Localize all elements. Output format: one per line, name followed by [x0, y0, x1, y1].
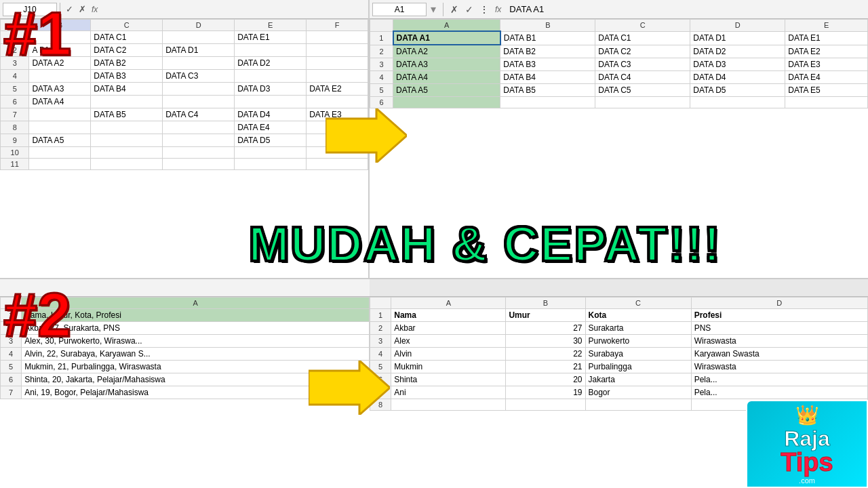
cell-a6-right[interactable] [393, 97, 500, 108]
cell-c3[interactable]: DATA B2 [91, 57, 163, 70]
cell-b8[interactable] [29, 121, 91, 134]
cell-nama-8[interactable] [391, 399, 506, 411]
cell-f2[interactable] [307, 44, 368, 57]
col-header-c[interactable]: C [91, 20, 163, 31]
cell-e2-right[interactable]: DATA E2 [785, 45, 868, 58]
cell-umur-4[interactable]: 22 [506, 348, 585, 361]
cell-b10[interactable] [29, 147, 91, 159]
cell-umur-5[interactable]: 21 [506, 361, 585, 373]
cell-a5-right[interactable]: DATA A5 [393, 84, 500, 97]
cell-nama-6[interactable]: Shinta [391, 373, 506, 386]
cell-b6[interactable]: DATA A4 [29, 96, 91, 108]
cell-kota-4[interactable]: Surabaya [585, 348, 691, 361]
cell-f4[interactable] [307, 70, 368, 83]
cell-c2-right[interactable]: DATA C2 [595, 45, 690, 58]
cell-b4[interactable] [29, 70, 91, 83]
cell-b9[interactable]: DATA A5 [29, 134, 91, 147]
cell-c8[interactable] [91, 121, 163, 134]
cell-c1[interactable]: DATA C1 [91, 31, 163, 44]
cell-c9[interactable] [91, 134, 163, 147]
cell-d3-right[interactable]: DATA D3 [690, 58, 785, 71]
cell-profesi-7[interactable]: Pela... [691, 386, 867, 399]
cell-f6[interactable] [307, 96, 368, 108]
cell-a1-right[interactable]: DATA A1 [393, 31, 500, 45]
cell-d10[interactable] [163, 147, 235, 159]
cell-label-nama[interactable]: Nama [391, 309, 506, 322]
cell-e3[interactable]: DATA D2 [235, 57, 307, 70]
col-header-e[interactable]: E [235, 20, 307, 31]
bottom-right-col-d[interactable]: D [691, 298, 867, 309]
cell-d2-right[interactable]: DATA D2 [690, 45, 785, 58]
cell-e4-right[interactable]: DATA E4 [785, 71, 868, 84]
cell-f1[interactable] [307, 31, 368, 44]
col-header-c-right[interactable]: C [595, 20, 690, 32]
cell-nama-7[interactable]: Ani [391, 386, 506, 399]
cell-c11[interactable] [91, 159, 163, 170]
cell-label-kota[interactable]: Kota [585, 309, 691, 322]
cell-c6-right[interactable] [595, 97, 690, 108]
cell-c5[interactable]: DATA B4 [91, 83, 163, 96]
cell-e9[interactable]: DATA D5 [235, 134, 307, 147]
cell-d1-right[interactable]: DATA D1 [690, 31, 785, 45]
cell-b6-right[interactable] [500, 97, 595, 108]
cell-c5-right[interactable]: DATA C5 [595, 84, 690, 97]
right-cell-ref[interactable] [372, 3, 427, 16]
cell-b5[interactable]: DATA A3 [29, 83, 91, 96]
cell-b4-right[interactable]: DATA B4 [500, 71, 595, 84]
cell-nama-3[interactable]: Alex [391, 335, 506, 348]
cell-e5[interactable]: DATA D3 [235, 83, 307, 96]
cell-b3-right[interactable]: DATA B3 [500, 58, 595, 71]
cell-b7[interactable] [29, 108, 91, 121]
cell-c4-right[interactable]: DATA C4 [595, 71, 690, 84]
bottom-col-header-a[interactable]: A [22, 298, 370, 309]
cell-c7[interactable]: DATA B5 [91, 108, 163, 121]
col-header-a-right[interactable]: A [393, 20, 500, 32]
col-header-d-right[interactable]: D [690, 20, 785, 32]
cell-umur-6[interactable]: 20 [506, 373, 585, 386]
cell-umur-3[interactable]: 30 [506, 335, 585, 348]
bottom-cell-a1[interactable]: Nama, Umur, Kota, Profesi [22, 309, 370, 322]
bottom-right-col-c[interactable]: C [585, 298, 691, 309]
cell-profesi-4[interactable]: Karyawan Swasta [691, 348, 867, 361]
cell-umur-8[interactable] [506, 399, 585, 411]
cell-c10[interactable] [91, 147, 163, 159]
bottom-cell-a2[interactable]: Akbar, 27, Surakarta, PNS [22, 322, 370, 335]
cell-e8[interactable]: DATA E4 [235, 121, 307, 134]
cell-e5-right[interactable]: DATA E5 [785, 84, 868, 97]
col-header-e-right[interactable]: E [785, 20, 868, 32]
cell-kota-6[interactable]: Jakarta [585, 373, 691, 386]
cell-d9[interactable] [163, 134, 235, 147]
cell-e11[interactable] [235, 159, 307, 170]
cell-profesi-5[interactable]: Wiraswasta [691, 361, 867, 373]
cell-c3-right[interactable]: DATA C3 [595, 58, 690, 71]
cell-profesi-2[interactable]: PNS [691, 322, 867, 335]
cell-d6-right[interactable] [690, 97, 785, 108]
cell-d4-right[interactable]: DATA D4 [690, 71, 785, 84]
cell-nama-4[interactable]: Alvin [391, 348, 506, 361]
col-header-d[interactable]: D [163, 20, 235, 31]
cell-e3-right[interactable]: DATA E3 [785, 58, 868, 71]
cell-c6[interactable] [91, 96, 163, 108]
cell-e2[interactable] [235, 44, 307, 57]
cell-kota-7[interactable]: Bogor [585, 386, 691, 399]
cell-a2-right[interactable]: DATA A2 [393, 45, 500, 58]
cell-b1-right[interactable]: DATA B1 [500, 31, 595, 45]
bottom-right-col-a[interactable]: A [391, 298, 506, 309]
cell-umur-2[interactable]: 27 [506, 322, 585, 335]
cell-b11[interactable] [29, 159, 91, 170]
col-header-b-right[interactable]: B [500, 20, 595, 32]
cell-d6[interactable] [163, 96, 235, 108]
cell-e4[interactable] [235, 70, 307, 83]
bottom-right-col-b[interactable]: B [506, 298, 585, 309]
cell-f3[interactable] [307, 57, 368, 70]
cell-nama-5[interactable]: Mukmin [391, 361, 506, 373]
cell-a4-right[interactable]: DATA A4 [393, 71, 500, 84]
cell-c1-right[interactable]: DATA C1 [595, 31, 690, 45]
cell-d8[interactable] [163, 121, 235, 134]
cell-d3[interactable] [163, 57, 235, 70]
cell-kota-8[interactable] [585, 399, 691, 411]
dropdown-icon[interactable]: ▾ [431, 3, 436, 16]
cell-umur-7[interactable]: 19 [506, 386, 585, 399]
cell-d5[interactable] [163, 83, 235, 96]
cell-c4[interactable]: DATA B3 [91, 70, 163, 83]
